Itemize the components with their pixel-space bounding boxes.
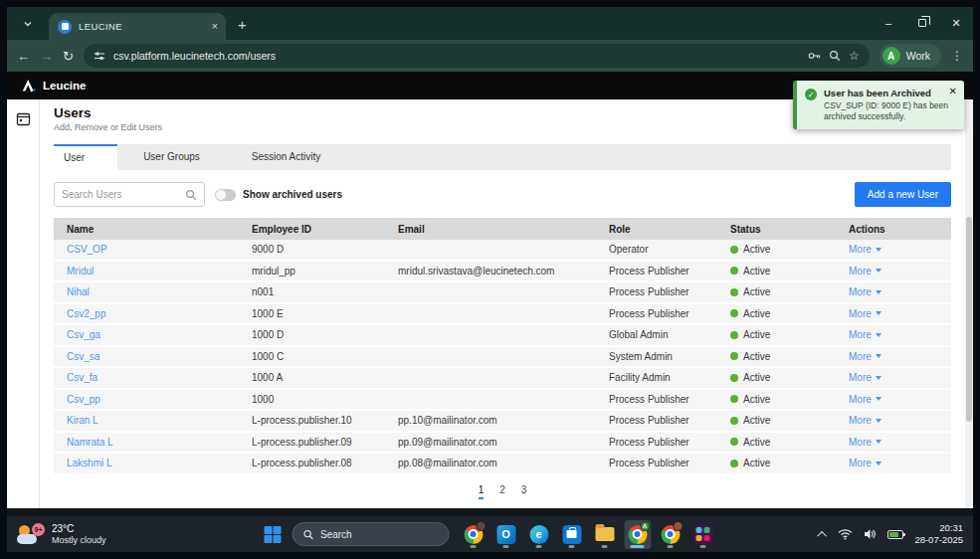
show-archived-toggle[interactable] <box>215 189 236 201</box>
edge-app[interactable]: e <box>525 520 552 549</box>
more-actions-button[interactable]: More <box>849 415 951 426</box>
users-table: Name Employee ID Email Role Status Actio… <box>54 218 951 475</box>
column-header-role: Role <box>609 224 730 235</box>
user-name-link[interactable]: Csv2_pp <box>67 308 252 319</box>
url-text[interactable]: csv.platform.leucinetech.com/users <box>113 50 800 62</box>
zoom-icon[interactable] <box>829 50 841 62</box>
volume-icon[interactable] <box>864 528 877 540</box>
user-name-link[interactable]: Kiran L <box>67 415 252 426</box>
more-actions-button[interactable]: More <box>849 244 951 255</box>
role-cell: Process Publisher <box>609 415 730 426</box>
more-actions-button[interactable]: More <box>849 308 951 319</box>
password-key-icon[interactable] <box>808 50 821 62</box>
employee-id-cell: 1000 D <box>252 329 398 340</box>
scrollbar-track[interactable] <box>965 99 973 508</box>
scrollbar-thumb[interactable] <box>966 217 972 422</box>
minimize-button[interactable]: – <box>872 11 905 35</box>
more-actions-button[interactable]: More <box>849 266 951 277</box>
back-button[interactable]: ← <box>17 50 30 63</box>
clock-time: 20:31 <box>914 522 963 534</box>
calendar-icon[interactable] <box>16 111 31 126</box>
tab-user-groups[interactable]: User Groups <box>117 144 226 170</box>
more-actions-button[interactable]: More <box>849 286 951 297</box>
status-dot-icon <box>730 246 738 254</box>
tab-user[interactable]: User <box>54 144 117 170</box>
user-name-link[interactable]: Mridul <box>67 266 252 277</box>
table-row: Lakshmi L L-process.publisher.08 pp.08@m… <box>54 454 951 475</box>
more-actions-button[interactable]: More <box>849 394 951 405</box>
table-row: Csv_fa 1000 A Facility Admin Active More <box>54 368 951 390</box>
more-actions-button[interactable]: More <box>849 437 951 448</box>
role-cell: Process Publisher <box>609 266 730 277</box>
user-name-link[interactable]: Nihal <box>67 286 252 297</box>
tab-session-activity[interactable]: Session Activity <box>226 144 346 170</box>
restore-button[interactable] <box>905 11 939 35</box>
page-2-button[interactable]: 2 <box>499 484 505 499</box>
browser-menu-icon[interactable]: ⋮ <box>951 49 963 63</box>
table-controls: Show archived users Add a new User <box>54 182 951 207</box>
browser-profile-button[interactable]: A Work <box>880 44 941 68</box>
page-3-button[interactable]: 3 <box>521 484 527 499</box>
wifi-icon[interactable] <box>838 528 853 540</box>
chevron-down-icon <box>876 462 882 466</box>
toast-notification: ✓ User has been Archived CSV_SUP (ID: 90… <box>793 81 964 129</box>
table-row: Csv_ga 1000 D Global Admin Active More <box>54 325 951 347</box>
weather-widget[interactable]: 9+ 23°C Mostly cloudy <box>17 523 166 546</box>
reload-button[interactable]: ↻ <box>63 50 74 63</box>
profile-badge <box>673 521 683 531</box>
search-box[interactable] <box>54 182 205 207</box>
column-header-status: Status <box>730 224 849 235</box>
site-settings-icon[interactable] <box>94 50 105 62</box>
user-name-link[interactable]: CSV_OP <box>67 244 252 255</box>
page-1-button[interactable]: 1 <box>479 484 485 499</box>
chevron-down-icon <box>876 333 882 337</box>
add-user-button[interactable]: Add a new User <box>855 182 951 207</box>
chevron-down-icon <box>876 397 882 401</box>
table-row: Namrata L L-process.publisher.09 pp.09@m… <box>54 433 951 455</box>
chevron-down-icon <box>23 19 33 29</box>
start-button[interactable] <box>264 526 281 543</box>
new-tab-button[interactable]: + <box>238 16 247 33</box>
chrome-work-app[interactable]: A <box>624 520 651 549</box>
microsoft-store-app[interactable] <box>558 520 585 549</box>
chrome-profile2-app[interactable] <box>657 520 684 549</box>
address-bar[interactable]: csv.platform.leucinetech.com/users <box>84 44 870 68</box>
close-button[interactable]: ✕ <box>939 11 973 35</box>
tab-search-button[interactable] <box>17 13 39 35</box>
toast-close-icon[interactable]: ✕ <box>949 86 957 96</box>
table-row: Csv_sa 1000 C System Admin Active More <box>54 347 951 369</box>
user-name-link[interactable]: Lakshmi L <box>67 458 252 468</box>
status-cell: Active <box>730 415 849 426</box>
status-cell: Active <box>730 266 849 277</box>
more-actions-button[interactable]: More <box>849 351 951 362</box>
more-actions-button[interactable]: More <box>849 458 951 468</box>
browser-tab-leucine[interactable]: LEUCINE × <box>49 13 226 40</box>
weather-icon: 9+ <box>17 523 45 545</box>
tray-chevron-up-icon[interactable] <box>818 530 828 540</box>
chrome-profile1-app[interactable] <box>460 520 487 549</box>
file-explorer-app[interactable] <box>591 520 618 549</box>
taskbar-clock[interactable]: 20:31 28-07-2025 <box>914 522 963 547</box>
pagination: 1 2 3 <box>54 484 951 499</box>
outlook-app[interactable]: O <box>492 520 519 549</box>
taskbar-search[interactable]: Search <box>292 522 449 546</box>
user-name-link[interactable]: Csv_pp <box>67 394 252 405</box>
forward-button[interactable]: → <box>40 50 53 63</box>
search-icon <box>185 189 197 201</box>
user-name-link[interactable]: Namrata L <box>67 437 252 448</box>
more-actions-button[interactable]: More <box>849 329 951 340</box>
search-input[interactable] <box>62 189 185 200</box>
column-header-actions: Actions <box>849 224 951 235</box>
more-actions-button[interactable]: More <box>849 372 951 383</box>
slack-app[interactable] <box>689 520 716 549</box>
battery-icon[interactable] <box>887 530 903 539</box>
user-name-link[interactable]: Csv_ga <box>67 329 252 340</box>
employee-id-cell: L-process.publisher.10 <box>252 415 398 426</box>
clock-date: 28-07-2025 <box>914 534 963 546</box>
user-name-link[interactable]: Csv_fa <box>67 372 252 383</box>
email-cell: pp.10@mailinator.com <box>398 415 609 426</box>
tab-close-icon[interactable]: × <box>212 21 218 32</box>
notification-badge: 9+ <box>32 523 45 536</box>
bookmark-star-icon[interactable]: ☆ <box>849 49 860 63</box>
user-name-link[interactable]: Csv_sa <box>67 351 252 362</box>
